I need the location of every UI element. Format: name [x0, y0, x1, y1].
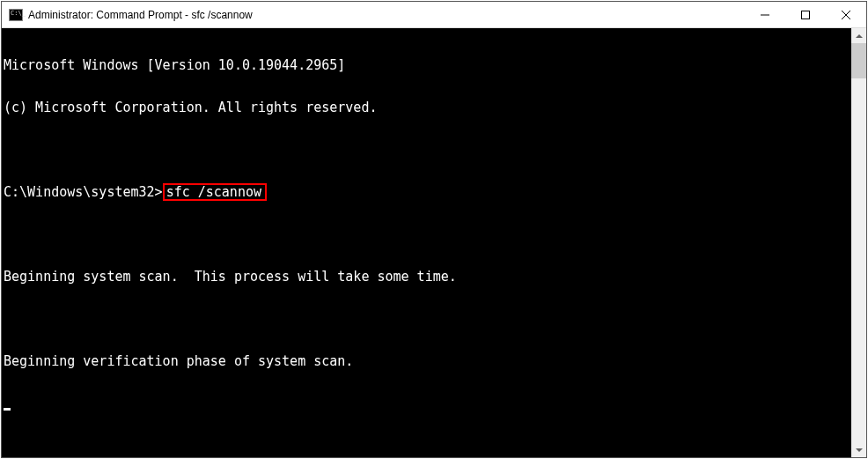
maximize-button[interactable] — [785, 2, 826, 27]
scroll-down-button[interactable] — [851, 442, 866, 457]
svg-marker-4 — [856, 34, 863, 38]
terminal-output[interactable]: Microsoft Windows [Version 10.0.19044.29… — [2, 28, 851, 457]
output-line: Beginning system scan. This process will… — [4, 270, 851, 284]
command-line: C:\Windows\system32>sfc /scannow — [4, 185, 851, 199]
scroll-up-button[interactable] — [851, 28, 866, 43]
command-text: sfc /scannow — [166, 184, 261, 200]
cursor-line — [4, 396, 851, 411]
output-line: Microsoft Windows [Version 10.0.19044.29… — [4, 58, 851, 72]
close-button[interactable] — [826, 2, 866, 27]
svg-marker-5 — [856, 448, 863, 452]
output-blank — [4, 143, 851, 157]
window-title: Administrator: Command Prompt - sfc /sca… — [28, 9, 745, 21]
titlebar[interactable]: Administrator: Command Prompt - sfc /sca… — [2, 2, 866, 28]
output-line: (c) Microsoft Corporation. All rights re… — [4, 100, 851, 115]
vertical-scrollbar[interactable] — [851, 28, 866, 457]
cursor — [4, 408, 11, 411]
window-controls — [745, 2, 866, 27]
output-blank — [4, 227, 851, 241]
minimize-button[interactable] — [745, 2, 785, 27]
cmd-icon — [9, 9, 23, 21]
command-prompt-window: Administrator: Command Prompt - sfc /sca… — [1, 1, 867, 458]
command-highlight: sfc /scannow — [163, 183, 267, 201]
svg-rect-1 — [802, 11, 810, 19]
output-blank — [4, 312, 851, 326]
prompt-text: C:\Windows\system32> — [4, 185, 163, 199]
output-line: Beginning verification phase of system s… — [4, 354, 851, 368]
terminal-area: Microsoft Windows [Version 10.0.19044.29… — [2, 28, 866, 457]
scroll-thumb[interactable] — [851, 43, 866, 78]
